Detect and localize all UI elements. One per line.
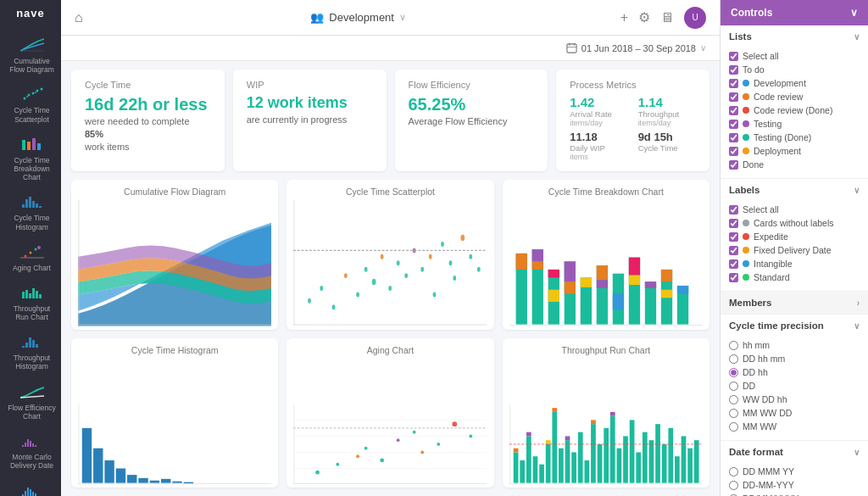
list-label-code-review-done: Code review (Done) (754, 105, 832, 115)
svg-rect-10 (37, 143, 41, 150)
list-item-deployment[interactable]: Deployment (729, 144, 860, 158)
ctp-radio-dd[interactable] (729, 382, 738, 391)
ctp-mm-ww-dd[interactable]: MM WW DD (729, 406, 860, 420)
list-checkbox-code-review-done[interactable] (729, 106, 738, 115)
ctp-mm-ww[interactable]: MM WW (729, 420, 860, 433)
list-checkbox-select-all[interactable] (729, 52, 738, 61)
ctp-radio-dd-hh-mm[interactable] (729, 354, 738, 364)
wip-title: WIP (247, 80, 373, 90)
monitor-button[interactable]: 🖥 (660, 10, 674, 25)
list-checkbox-todo[interactable] (729, 65, 738, 75)
pm-arrival-unit: items/day (570, 119, 627, 127)
home-button[interactable]: ⌂ (75, 10, 83, 25)
list-checkbox-code-review[interactable] (729, 92, 738, 102)
sidebar-item-aging[interactable]: Aging Chart (0, 237, 61, 277)
sidebar-item-mc-tasks[interactable]: Monte Carlo Number of Tasks (0, 475, 61, 496)
ctp-radio-mm-ww-dd[interactable] (729, 409, 738, 418)
sidebar-item-breakdown[interactable]: Cycle Time Breakdown Chart (0, 129, 61, 187)
ctp-dd-hh-mm[interactable]: DD hh mm (729, 352, 860, 365)
list-checkbox-done[interactable] (729, 160, 738, 170)
chart-cfd-area (78, 200, 271, 326)
label-item-expedite[interactable]: Expedite (729, 230, 860, 243)
date-range[interactable]: 01 Jun 2018 – 30 Sep 2018 ∨ (566, 42, 706, 53)
sidebar-item-histogram[interactable]: Cycle Time Histogram (0, 187, 61, 236)
sidebar-item-cfd[interactable]: Cumulative Flow Diagram (0, 30, 61, 79)
cycle-time-precision-header[interactable]: Cycle time precision ∨ (721, 315, 868, 337)
list-label-done: Done (743, 159, 764, 170)
label-color-intangible (743, 260, 749, 267)
df-dd-mmm-yy[interactable]: DD MMM YY (729, 465, 860, 478)
list-checkbox-development[interactable] (729, 79, 738, 88)
flow-eff-desc: Average Flow Efficiency (409, 116, 535, 126)
ctp-radio-dd-hh[interactable] (729, 368, 738, 377)
sidebar-item-scatter[interactable]: Cycle Time Scatterplot (0, 79, 61, 128)
settings-button[interactable]: ⚙ (638, 9, 650, 25)
svg-rect-101 (661, 290, 672, 298)
label-checkbox-no-labels[interactable] (729, 219, 738, 228)
chart-histogram: Cycle Time Histogram (71, 338, 278, 488)
list-checkbox-testing[interactable] (729, 120, 738, 129)
svg-rect-153 (591, 424, 596, 482)
list-item-testing-done[interactable]: Testing (Done) (729, 131, 860, 144)
svg-rect-103 (677, 286, 688, 294)
label-item-standard[interactable]: Standard (729, 270, 860, 284)
label-item-select-all[interactable]: Select all (729, 203, 860, 216)
df-dd-mm-yyyy[interactable]: DD/MM/YYYY (729, 492, 860, 496)
list-item-select-all[interactable]: Select all (729, 49, 860, 63)
svg-rect-96 (628, 276, 639, 285)
label-item-no-labels[interactable]: Cards without labels (729, 216, 860, 230)
df-content: DD MMM YY DD-MM-YYY DD/MM/YYYY (721, 463, 868, 496)
list-checkbox-deployment[interactable] (729, 147, 738, 156)
list-checkbox-testing-done[interactable] (729, 133, 738, 142)
project-name[interactable]: Development (329, 11, 394, 24)
cycle-time-precision-section: Cycle time precision ∨ hh mm DD hh mm DD… (721, 315, 868, 441)
label-checkbox-select-all[interactable] (729, 205, 738, 215)
list-item-todo[interactable]: To do (729, 63, 860, 76)
label-checkbox-expedite[interactable] (729, 232, 738, 242)
svg-point-0 (23, 98, 25, 100)
list-item-code-review-done[interactable]: Code review (Done) (729, 103, 860, 117)
members-section-header[interactable]: Members › (721, 292, 868, 314)
labels-section-header[interactable]: Labels ∨ (721, 179, 868, 201)
chart-throughput-title: Throughput Run Chart (509, 345, 703, 355)
svg-rect-167 (668, 427, 673, 482)
label-item-intangible[interactable]: Intangible (729, 257, 860, 270)
ctp-label-hh-mm: hh mm (743, 340, 770, 350)
df-dd-mm-yyy[interactable]: DD-MM-YYY (729, 478, 860, 492)
ctp-dd-hh[interactable]: DD hh (729, 365, 860, 379)
df-radio-dd-mm-yyy[interactable] (729, 481, 738, 490)
list-item-testing[interactable]: Testing (729, 117, 860, 131)
label-checkbox-fixed-delivery[interactable] (729, 246, 738, 255)
cycle-time-pct: 85% (85, 129, 211, 139)
list-item-code-review[interactable]: Code review (729, 90, 860, 103)
lists-label: Lists (729, 31, 752, 42)
sidebar-item-throughput-hist[interactable]: Throughput Histogram (0, 326, 61, 376)
label-item-fixed-delivery[interactable]: Fixed Delivery Date (729, 243, 860, 257)
df-radio-dd-mmm-yy[interactable] (729, 467, 738, 476)
label-checkbox-intangible[interactable] (729, 259, 738, 269)
svg-point-128 (397, 438, 400, 442)
ctp-dd[interactable]: DD (729, 379, 860, 393)
chart-breakdown-title: Cycle Time Breakdown Chart (509, 187, 703, 197)
sidebar-item-throughput-run[interactable]: Throughput Run Chart (0, 277, 61, 326)
lists-section-header[interactable]: Lists ∨ (721, 25, 868, 47)
ctp-hh-mm[interactable]: hh mm (729, 338, 860, 352)
svg-rect-32 (36, 344, 38, 348)
members-label: Members (729, 298, 772, 308)
label-checkbox-standard[interactable] (729, 273, 738, 282)
ctp-radio-mm-ww[interactable] (729, 422, 738, 432)
svg-point-129 (413, 430, 416, 433)
sidebar-item-flow-eff[interactable]: Flow Efficiency Chart (0, 376, 61, 426)
date-format-header[interactable]: Date format ∨ (721, 441, 868, 463)
ctp-ww-dd-hh[interactable]: WW DD hh (729, 393, 860, 406)
ctp-radio-hh-mm[interactable] (729, 341, 738, 350)
chart-cfd: Cumulative Flow Diagram (71, 180, 278, 330)
list-item-done[interactable]: Done (729, 158, 860, 171)
sidebar-item-mc-date[interactable]: Monte Carlo Delivery Date (0, 426, 61, 475)
controls-panel: Controls ∨ Lists ∨ Select all To do Deve… (720, 0, 868, 496)
svg-rect-41 (27, 488, 29, 496)
ctp-radio-ww-dd-hh[interactable] (729, 395, 738, 404)
plus-button[interactable]: + (620, 10, 628, 25)
list-item-development[interactable]: Development (729, 76, 860, 90)
avatar[interactable]: U (684, 7, 706, 29)
